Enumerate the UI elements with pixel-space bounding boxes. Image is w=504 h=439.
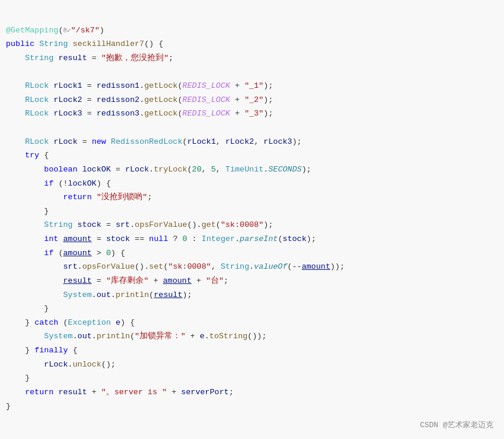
code-container: @GetMapping(®✓"/sk7") public String seck… (0, 0, 504, 439)
line-21: } (6, 304, 49, 313)
line-12: if (!lockOK) { (6, 179, 111, 188)
line-3: String result = "抱歉，您没抢到"; (6, 54, 173, 62)
code-block: @GetMapping(®✓"/sk7") public String seck… (6, 9, 492, 413)
line-24: } finally { (6, 346, 78, 355)
line-15: String stock = srt.opsForValue().get("sk… (6, 220, 273, 229)
line-27: return result + "。server is " + serverPo… (6, 388, 234, 397)
line-13: return "没抢到锁哟"; (6, 193, 152, 202)
line-14: } (6, 207, 49, 216)
line-10: try { (6, 151, 49, 160)
line-11: boolean lockOK = rLock.tryLock(20, 5, Ti… (6, 165, 311, 174)
line-19: result = "库存剩余" + amount + "台"; (6, 276, 228, 285)
line-5: RLock rLock1 = redisson1.getLock(REDIS_L… (6, 81, 273, 90)
line-2: public String seckillHandler7() { (6, 39, 163, 48)
line-17: if (amount > 0) { (6, 249, 125, 258)
watermark: CSDN @艺术家老迈克 (420, 420, 493, 432)
line-23: System.out.println("加锁异常：" + e.toString(… (6, 332, 267, 341)
line-28: } (6, 402, 11, 411)
line-6: RLock rLock2 = redisson2.getLock(REDIS_L… (6, 95, 273, 104)
line-1: @GetMapping(®✓"/sk7") (6, 26, 104, 35)
line-22: } catch (Exception e) { (6, 318, 135, 327)
line-16: int amount = stock == null ? 0 : Integer… (6, 235, 316, 243)
line-7: RLock rLock3 = redisson3.getLock(REDIS_L… (6, 109, 273, 118)
line-26: } (6, 374, 30, 382)
line-18: srt.opsForValue().set("sk:0008", String.… (6, 262, 344, 271)
line-9: RLock rLock = new RedissonRedLock(rLock1… (6, 137, 301, 146)
line-20: System.out.println(result); (6, 291, 192, 299)
line-25: rLock.unlock(); (6, 360, 115, 369)
